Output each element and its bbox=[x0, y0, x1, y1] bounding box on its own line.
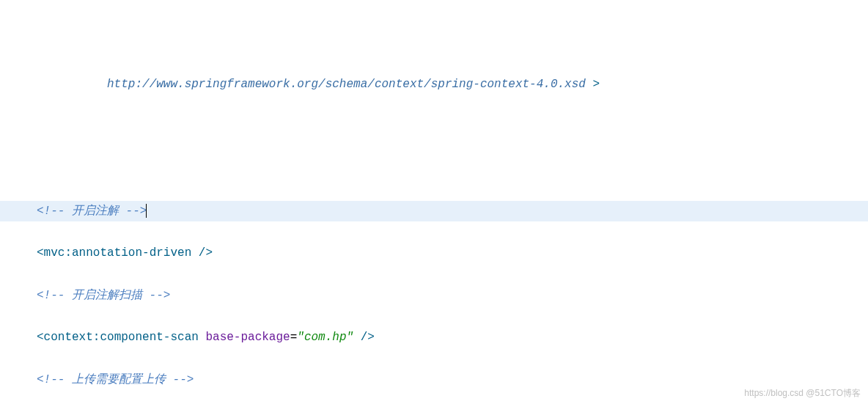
text-cursor bbox=[146, 204, 147, 218]
code-editor[interactable]: http://www.springframework.org/schema/co… bbox=[0, 53, 868, 404]
xml-comment: <!-- 上传需要配置上传 --> bbox=[37, 373, 194, 386]
tag-end: > bbox=[586, 78, 600, 91]
tag-close: /> bbox=[353, 331, 375, 344]
blank-line bbox=[37, 158, 831, 180]
code-line: <mvc:annotation-driven /> bbox=[37, 243, 831, 264]
watermark-text: https://blog.csd @51CTO博客 bbox=[744, 387, 861, 400]
code-line: <context:component-scan base-package="co… bbox=[37, 327, 831, 348]
blank-line bbox=[37, 116, 831, 137]
xml-comment: <!-- 开启注解 --> bbox=[37, 205, 147, 218]
code-line: <!-- 开启注解扫描 --> bbox=[37, 285, 831, 306]
tag-name: context:component-scan bbox=[44, 331, 199, 344]
tag-open: < bbox=[37, 331, 44, 344]
tag-name: mvc:annotation-driven bbox=[44, 246, 192, 260]
attr-value: "com.hp" bbox=[297, 331, 353, 344]
code-line: http://www.springframework.org/schema/co… bbox=[37, 74, 831, 95]
schema-url: http://www.springframework.org/schema/co… bbox=[107, 78, 586, 91]
equals: = bbox=[290, 331, 298, 344]
attr-name: base-package bbox=[199, 331, 290, 344]
tag-open: < bbox=[37, 246, 44, 260]
xml-comment: <!-- 开启注解扫描 --> bbox=[37, 289, 170, 302]
highlighted-line: <!-- 开启注解 --> bbox=[0, 201, 868, 222]
tag-close: /> bbox=[191, 246, 213, 260]
code-line: <!-- 上传需要配置上传 --> bbox=[37, 370, 831, 391]
